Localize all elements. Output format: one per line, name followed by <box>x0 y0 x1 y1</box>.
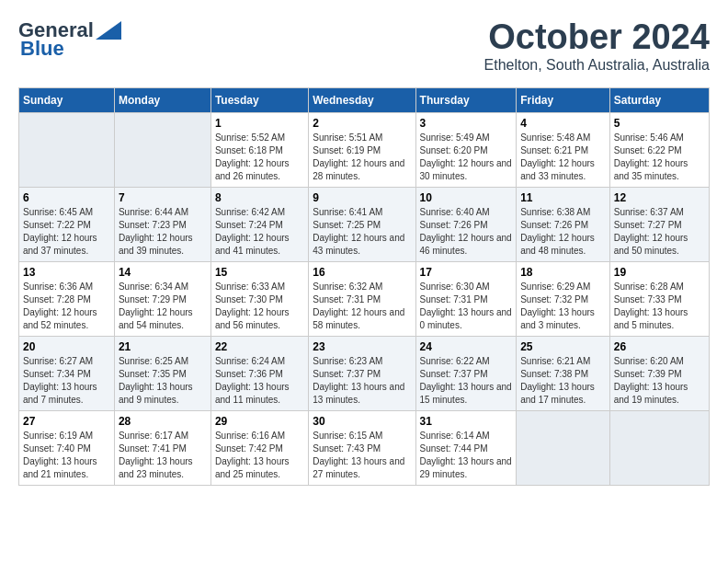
calendar-week-row: 6 Sunrise: 6:45 AM Sunset: 7:22 PM Dayli… <box>19 187 710 261</box>
calendar-table: SundayMondayTuesdayWednesdayThursdayFrid… <box>18 87 710 486</box>
calendar-week-row: 13 Sunrise: 6:36 AM Sunset: 7:28 PM Dayl… <box>19 261 710 336</box>
day-number: 14 <box>119 266 207 279</box>
day-number: 5 <box>614 117 705 130</box>
calendar-cell: 31 Sunrise: 6:14 AM Sunset: 7:44 PM Dayl… <box>415 410 517 485</box>
calendar-week-row: 20 Sunrise: 6:27 AM Sunset: 7:34 PM Dayl… <box>19 336 710 410</box>
sunrise-text: Sunrise: 6:19 AM <box>23 431 93 441</box>
daylight-text: Daylight: 12 hours and 26 minutes. <box>215 158 290 181</box>
calendar-cell: 25 Sunrise: 6:21 AM Sunset: 7:38 PM Dayl… <box>517 336 610 410</box>
sunrise-text: Sunrise: 5:48 AM <box>520 132 590 143</box>
day-info: Sunrise: 6:40 AM Sunset: 7:26 PM Dayligh… <box>420 206 513 258</box>
sunrise-text: Sunrise: 5:49 AM <box>420 132 490 143</box>
sunrise-text: Sunrise: 6:17 AM <box>119 431 188 441</box>
daylight-text: Daylight: 12 hours and 46 minutes. <box>420 233 512 256</box>
daylight-text: Daylight: 12 hours and 39 minutes. <box>119 233 193 256</box>
daylight-text: Daylight: 13 hours and 29 minutes. <box>420 456 512 479</box>
sunrise-text: Sunrise: 6:22 AM <box>420 356 490 366</box>
day-info: Sunrise: 6:16 AM Sunset: 7:42 PM Dayligh… <box>215 430 304 481</box>
daylight-text: Daylight: 12 hours and 50 minutes. <box>614 233 688 256</box>
location-title: Ethelton, South Australia, Australia <box>484 57 710 74</box>
day-info: Sunrise: 6:24 AM Sunset: 7:36 PM Dayligh… <box>215 355 304 407</box>
sunset-text: Sunset: 7:42 PM <box>215 443 283 454</box>
day-info: Sunrise: 6:21 AM Sunset: 7:38 PM Dayligh… <box>520 355 606 407</box>
calendar-cell: 11 Sunrise: 6:38 AM Sunset: 7:26 PM Dayl… <box>517 187 610 261</box>
calendar-cell: 2 Sunrise: 5:51 AM Sunset: 6:19 PM Dayli… <box>309 112 415 187</box>
calendar-cell: 16 Sunrise: 6:32 AM Sunset: 7:31 PM Dayl… <box>309 261 415 336</box>
sunrise-text: Sunrise: 6:42 AM <box>215 207 285 217</box>
daylight-text: Daylight: 12 hours and 52 minutes. <box>23 307 97 330</box>
day-info: Sunrise: 6:44 AM Sunset: 7:23 PM Dayligh… <box>119 206 207 258</box>
calendar-cell: 18 Sunrise: 6:29 AM Sunset: 7:32 PM Dayl… <box>517 261 610 336</box>
sunrise-text: Sunrise: 6:15 AM <box>313 431 382 441</box>
sunset-text: Sunset: 7:28 PM <box>23 294 91 304</box>
day-number: 4 <box>520 117 606 130</box>
sunrise-text: Sunrise: 6:34 AM <box>119 282 188 292</box>
calendar-cell: 23 Sunrise: 6:23 AM Sunset: 7:37 PM Dayl… <box>309 336 415 410</box>
day-number: 30 <box>313 415 411 428</box>
day-number: 10 <box>420 191 513 204</box>
day-info: Sunrise: 6:42 AM Sunset: 7:24 PM Dayligh… <box>215 206 304 258</box>
calendar-cell: 26 Sunrise: 6:20 AM Sunset: 7:39 PM Dayl… <box>609 336 709 410</box>
daylight-text: Daylight: 13 hours and 25 minutes. <box>215 456 290 479</box>
day-number: 27 <box>23 415 110 428</box>
day-info: Sunrise: 6:45 AM Sunset: 7:22 PM Dayligh… <box>23 206 110 258</box>
calendar-cell: 8 Sunrise: 6:42 AM Sunset: 7:24 PM Dayli… <box>210 187 308 261</box>
day-info: Sunrise: 5:48 AM Sunset: 6:21 PM Dayligh… <box>520 132 606 183</box>
svg-marker-0 <box>96 21 121 40</box>
daylight-text: Daylight: 12 hours and 30 minutes. <box>420 158 512 181</box>
page-header: General Blue October 2024 Ethelton, Sout… <box>18 18 710 74</box>
sunset-text: Sunset: 7:38 PM <box>520 369 588 379</box>
sunset-text: Sunset: 7:23 PM <box>119 220 187 230</box>
day-info: Sunrise: 5:46 AM Sunset: 6:22 PM Dayligh… <box>614 132 705 183</box>
sunrise-text: Sunrise: 6:38 AM <box>520 207 590 217</box>
daylight-text: Daylight: 13 hours and 0 minutes. <box>420 307 512 330</box>
day-number: 13 <box>23 266 110 279</box>
sunrise-text: Sunrise: 5:46 AM <box>614 132 684 143</box>
sunrise-text: Sunrise: 6:16 AM <box>215 431 285 441</box>
month-title: October 2024 <box>484 18 710 57</box>
day-number: 17 <box>420 266 513 279</box>
calendar-cell: 6 Sunrise: 6:45 AM Sunset: 7:22 PM Dayli… <box>19 187 115 261</box>
day-info: Sunrise: 6:19 AM Sunset: 7:40 PM Dayligh… <box>23 430 110 481</box>
day-number: 15 <box>215 266 304 279</box>
calendar-cell: 22 Sunrise: 6:24 AM Sunset: 7:36 PM Dayl… <box>210 336 308 410</box>
calendar-cell: 15 Sunrise: 6:33 AM Sunset: 7:30 PM Dayl… <box>210 261 308 336</box>
day-info: Sunrise: 6:37 AM Sunset: 7:27 PM Dayligh… <box>614 206 705 258</box>
calendar-cell: 13 Sunrise: 6:36 AM Sunset: 7:28 PM Dayl… <box>19 261 115 336</box>
daylight-text: Daylight: 13 hours and 15 minutes. <box>420 382 512 405</box>
day-number: 22 <box>215 340 304 353</box>
daylight-text: Daylight: 13 hours and 9 minutes. <box>119 382 193 405</box>
sunrise-text: Sunrise: 5:51 AM <box>313 132 382 143</box>
calendar-cell: 30 Sunrise: 6:15 AM Sunset: 7:43 PM Dayl… <box>309 410 415 485</box>
sunrise-text: Sunrise: 6:41 AM <box>313 207 382 217</box>
day-number: 18 <box>520 266 606 279</box>
day-number: 12 <box>614 191 705 204</box>
sunset-text: Sunset: 7:37 PM <box>313 369 381 379</box>
calendar-cell: 17 Sunrise: 6:30 AM Sunset: 7:31 PM Dayl… <box>415 261 517 336</box>
sunset-text: Sunset: 7:26 PM <box>420 220 488 230</box>
day-info: Sunrise: 6:25 AM Sunset: 7:35 PM Dayligh… <box>119 355 207 407</box>
day-info: Sunrise: 6:38 AM Sunset: 7:26 PM Dayligh… <box>520 206 606 258</box>
sunset-text: Sunset: 7:25 PM <box>313 220 381 230</box>
sunset-text: Sunset: 7:37 PM <box>420 369 488 379</box>
day-of-week-header: Tuesday <box>210 87 308 112</box>
calendar-cell: 12 Sunrise: 6:37 AM Sunset: 7:27 PM Dayl… <box>609 187 709 261</box>
sunrise-text: Sunrise: 6:37 AM <box>614 207 684 217</box>
day-info: Sunrise: 5:51 AM Sunset: 6:19 PM Dayligh… <box>313 132 411 183</box>
calendar-cell: 21 Sunrise: 6:25 AM Sunset: 7:35 PM Dayl… <box>114 336 210 410</box>
day-info: Sunrise: 6:41 AM Sunset: 7:25 PM Dayligh… <box>313 206 411 258</box>
sunset-text: Sunset: 6:19 PM <box>313 145 381 155</box>
day-info: Sunrise: 6:15 AM Sunset: 7:43 PM Dayligh… <box>313 430 411 481</box>
sunset-text: Sunset: 7:29 PM <box>119 294 187 304</box>
calendar-cell: 19 Sunrise: 6:28 AM Sunset: 7:33 PM Dayl… <box>609 261 709 336</box>
day-info: Sunrise: 6:17 AM Sunset: 7:41 PM Dayligh… <box>119 430 207 481</box>
sunrise-text: Sunrise: 6:36 AM <box>23 282 93 292</box>
day-number: 9 <box>313 191 411 204</box>
sunrise-text: Sunrise: 6:29 AM <box>520 282 590 292</box>
sunset-text: Sunset: 7:30 PM <box>215 294 283 304</box>
sunset-text: Sunset: 6:22 PM <box>614 145 682 155</box>
calendar-cell <box>19 112 115 187</box>
day-number: 28 <box>119 415 207 428</box>
sunrise-text: Sunrise: 6:14 AM <box>420 431 490 441</box>
day-info: Sunrise: 6:34 AM Sunset: 7:29 PM Dayligh… <box>119 281 207 332</box>
